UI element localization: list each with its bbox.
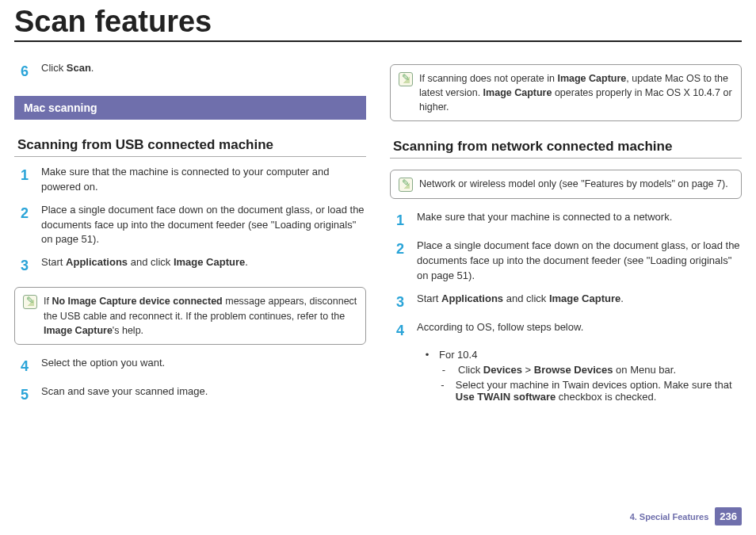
step-1: 1 Make sure that your machine is connect… [396, 210, 742, 231]
step-text: Place a single document face down on the… [417, 239, 742, 284]
left-column: 6 Click Scan. Mac scanning Scanning from… [14, 53, 366, 413]
t: > [522, 364, 534, 376]
t: If scanning does not operate in [419, 73, 557, 84]
subheading-network: Scanning from network connected machine [393, 139, 742, 155]
section-bar-mac-scanning: Mac scanning [14, 96, 366, 120]
sub-rule [390, 158, 742, 159]
t: Browse Devices [534, 364, 613, 376]
step-number: 6 [21, 61, 41, 82]
step-text: Click Scan. [41, 61, 366, 76]
note-text: If scanning does not operate in Image Ca… [419, 71, 733, 114]
step-number: 1 [21, 165, 41, 185]
sub-rule [14, 156, 366, 157]
t: Applications [66, 256, 128, 268]
step-text: Make sure that the machine is connected … [41, 165, 366, 195]
step-number: 3 [396, 292, 417, 312]
step-number: 2 [396, 239, 417, 259]
step-text: Select the option you want. [41, 356, 366, 371]
dash: - [441, 379, 445, 403]
t: and click [128, 256, 174, 268]
note-icon [399, 178, 413, 192]
t: . [620, 292, 624, 304]
step-4: 4 According to OS, follow steps below. [396, 320, 742, 341]
step-5: 5 Scan and save your scanned image. [21, 384, 366, 405]
t: Click Devices > Browse Devices on Menu b… [458, 364, 676, 376]
page-footer: 4. Special Features 236 [630, 507, 742, 525]
note-icon [23, 295, 37, 309]
step-2: 2 Place a single document face down on t… [21, 203, 366, 248]
step-text: According to OS, follow steps below. [417, 320, 742, 335]
page-number: 236 [715, 507, 742, 525]
t: No Image Capture device connected [52, 296, 222, 307]
t: Start [41, 256, 66, 268]
content-columns: 6 Click Scan. Mac scanning Scanning from… [0, 53, 756, 413]
step-number: 2 [21, 203, 41, 224]
t: Image Capture [557, 73, 626, 84]
step-number: 1 [396, 210, 417, 231]
t: 's help. [113, 325, 143, 336]
note-icon [399, 72, 413, 86]
t: and click [503, 292, 549, 304]
bullet: • [423, 349, 431, 361]
step-number: 5 [21, 384, 41, 405]
step-3: 3 Start Applications and click Image Cap… [21, 255, 366, 276]
page-title: Scan features [0, 0, 756, 39]
note-image-capture-version: If scanning does not operate in Image Ca… [390, 64, 742, 121]
t: checkbox is checked. [556, 391, 656, 403]
t: Start [417, 292, 441, 304]
t: . [91, 62, 94, 74]
step-text: Start Applications and click Image Captu… [41, 255, 366, 270]
os-bullet-list: • For 10.4 - Click Devices > Browse Devi… [423, 349, 742, 403]
t: If [44, 296, 52, 307]
t: Use TWAIN software [456, 391, 556, 403]
t: Image Capture [44, 325, 113, 336]
t: Devices [483, 364, 522, 376]
note-network-model: Network or wireless model only (see "Fea… [390, 170, 742, 199]
step-2: 2 Place a single document face down on t… [396, 239, 742, 284]
step-number: 3 [21, 255, 41, 276]
list-item: • For 10.4 [423, 349, 742, 361]
t: Scan [67, 62, 91, 74]
t: Image Capture [549, 292, 620, 304]
right-column: If scanning does not operate in Image Ca… [390, 53, 742, 413]
note-no-device: If No Image Capture device connected mes… [14, 287, 366, 344]
note-text: Network or wireless model only (see "Fea… [419, 177, 728, 191]
step-text: Place a single document face down on the… [41, 203, 366, 248]
t: Click [458, 364, 483, 376]
step-text: Start Applications and click Image Captu… [417, 292, 742, 307]
t: Select your machine in Twain devices opt… [456, 379, 732, 391]
dash: - [441, 364, 447, 376]
t: Image Capture [174, 256, 245, 268]
step-6: 6 Click Scan. [21, 61, 366, 82]
step-3: 3 Start Applications and click Image Cap… [396, 292, 742, 312]
t: . [245, 256, 248, 268]
t: For 10.4 [439, 349, 477, 361]
title-rule [14, 40, 742, 42]
step-4: 4 Select the option you want. [21, 356, 366, 376]
list-item: - Click Devices > Browse Devices on Menu… [441, 364, 742, 376]
chapter-label: 4. Special Features [630, 512, 709, 522]
step-number: 4 [21, 356, 41, 376]
t: Image Capture [483, 87, 552, 98]
step-1: 1 Make sure that the machine is connecte… [21, 165, 366, 195]
step-number: 4 [396, 320, 417, 341]
t: Select your machine in Twain devices opt… [456, 379, 742, 403]
t: Click [41, 62, 67, 74]
dash-list: - Click Devices > Browse Devices on Menu… [441, 364, 742, 403]
t: Applications [441, 292, 503, 304]
subheading-usb: Scanning from USB connected machine [17, 137, 366, 153]
step-text: Scan and save your scanned image. [41, 384, 366, 399]
t: on Menu bar. [613, 364, 677, 376]
note-text: If No Image Capture device connected mes… [44, 294, 357, 337]
step-text: Make sure that your machine is connected… [417, 210, 742, 225]
list-item: - Select your machine in Twain devices o… [441, 379, 742, 403]
